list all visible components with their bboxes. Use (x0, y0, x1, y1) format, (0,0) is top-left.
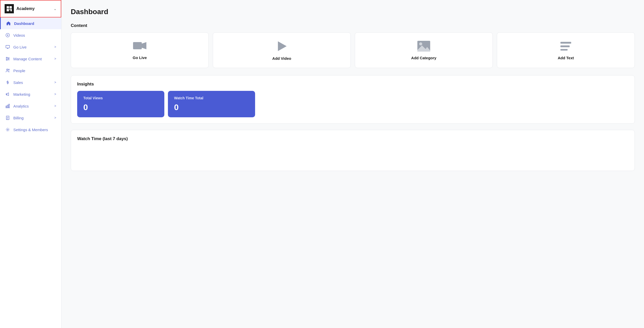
sidebar-label-marketing: Marketing (13, 92, 30, 97)
file-text-icon (5, 115, 10, 120)
insights-cards-grid: Total Views 0 Watch Time Total 0 (77, 91, 628, 117)
svg-point-10 (6, 57, 7, 58)
users-icon (5, 68, 10, 73)
sidebar-label-sales: Sales (13, 80, 23, 85)
sidebar-item-analytics[interactable]: Analytics > (0, 100, 61, 112)
svg-point-19 (7, 69, 8, 70)
sidebar-item-sales[interactable]: Sales > (0, 76, 61, 88)
sidebar-label-manage-content: Manage Content (13, 57, 42, 61)
sidebar-item-marketing[interactable]: Marketing > (0, 88, 61, 100)
sidebar: Academy ⌄ Dashboard Videos G (0, 0, 62, 328)
svg-point-20 (8, 69, 9, 70)
sidebar-label-billing: Billing (13, 116, 24, 120)
watch-time-section: Watch Time (last 7 days) (71, 130, 635, 171)
sidebar-label-analytics: Analytics (13, 104, 29, 108)
total-views-value: 0 (83, 103, 158, 112)
billing-chevron-icon: > (54, 116, 56, 120)
logo-button[interactable]: Academy ⌄ (0, 0, 61, 17)
play-triangle-icon (275, 40, 288, 53)
content-section-title: Content (71, 23, 635, 28)
go-live-chevron-icon: > (54, 45, 56, 49)
svg-rect-38 (560, 42, 571, 44)
watch-time-total-card: Watch Time Total 0 (168, 91, 255, 117)
watch-time-label: Watch Time Total (174, 96, 249, 100)
add-category-card-label: Add Category (411, 56, 436, 60)
sidebar-item-manage-content[interactable]: Manage Content > (0, 53, 61, 65)
logo-chevron-icon: ⌄ (54, 7, 57, 11)
sidebar-label-go-live: Go Live (13, 45, 27, 49)
home-icon (6, 21, 11, 26)
analytics-chevron-icon: > (54, 104, 56, 108)
sidebar-label-people: People (13, 69, 25, 73)
sidebar-label-dashboard: Dashboard (14, 21, 34, 26)
svg-rect-32 (133, 42, 142, 49)
sidebar-item-videos[interactable]: Videos (0, 29, 61, 41)
svg-marker-33 (142, 42, 146, 49)
logo-icon (5, 4, 14, 13)
watch-time-value: 0 (174, 103, 249, 112)
svg-rect-2 (9, 6, 12, 8)
gear-icon (5, 127, 10, 132)
sidebar-label-settings: Settings & Members (13, 128, 48, 132)
svg-rect-26 (9, 104, 10, 108)
svg-rect-7 (6, 45, 9, 48)
add-text-card-label: Add Text (558, 56, 574, 60)
text-lines-icon (559, 40, 573, 52)
video-camera-icon (133, 41, 147, 52)
logo-text: Academy (16, 6, 51, 11)
content-section: Content Go Live Add Vid (71, 23, 635, 68)
svg-rect-3 (11, 9, 12, 11)
total-views-label: Total Views (83, 96, 158, 100)
insights-section: Insights Total Views 0 Watch Time Total … (71, 75, 635, 124)
go-live-card-label: Go Live (133, 55, 147, 60)
sliders-icon (5, 56, 10, 61)
bar-chart-icon (5, 103, 10, 109)
main-content: Dashboard Content Go Live (62, 0, 644, 328)
megaphone-icon (5, 92, 10, 97)
content-cards-grid: Go Live Add Video (71, 32, 635, 68)
page-title: Dashboard (71, 8, 635, 16)
go-live-card[interactable]: Go Live (71, 32, 209, 68)
svg-marker-34 (278, 41, 287, 51)
insights-section-title: Insights (77, 82, 628, 87)
total-views-card: Total Views 0 (77, 91, 164, 117)
add-text-card[interactable]: Add Text (497, 32, 635, 68)
sidebar-item-settings[interactable]: Settings & Members (0, 124, 61, 136)
svg-rect-24 (6, 106, 7, 108)
dollar-icon (5, 80, 10, 85)
image-icon (417, 40, 431, 52)
sidebar-label-videos: Videos (13, 33, 25, 37)
add-video-card-label: Add Video (272, 56, 291, 61)
sales-chevron-icon: > (54, 81, 56, 84)
add-category-card[interactable]: Add Category (355, 32, 493, 68)
marketing-chevron-icon: > (54, 92, 56, 96)
sidebar-item-dashboard[interactable]: Dashboard (0, 17, 61, 29)
svg-marker-6 (7, 34, 8, 36)
sidebar-item-people[interactable]: People (0, 65, 61, 76)
svg-point-11 (8, 58, 9, 59)
watch-time-section-title: Watch Time (last 7 days) (77, 136, 628, 141)
svg-point-31 (7, 129, 8, 130)
svg-rect-25 (7, 105, 8, 108)
sidebar-item-go-live[interactable]: Go Live > (0, 41, 61, 53)
monitor-icon (5, 44, 10, 50)
sidebar-item-billing[interactable]: Billing > (0, 112, 61, 124)
svg-rect-4 (9, 9, 10, 10)
svg-rect-0 (7, 6, 9, 8)
svg-rect-40 (560, 49, 568, 51)
manage-content-chevron-icon: > (54, 57, 56, 61)
svg-point-36 (419, 42, 422, 45)
svg-point-12 (6, 60, 7, 61)
play-circle-icon (5, 33, 10, 38)
svg-rect-39 (560, 45, 570, 47)
add-video-card[interactable]: Add Video (213, 32, 351, 68)
svg-rect-1 (7, 9, 9, 11)
